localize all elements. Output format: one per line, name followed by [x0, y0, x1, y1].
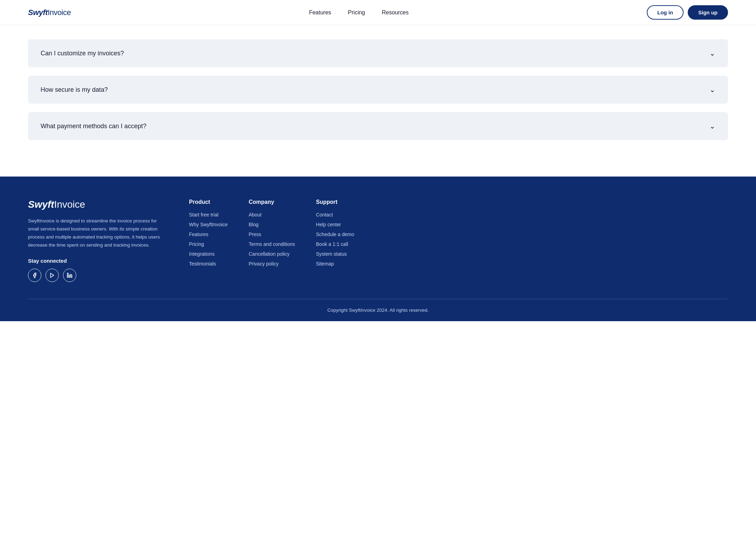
- signup-button[interactable]: Sign up: [688, 5, 728, 20]
- footer-link-features[interactable]: Features: [189, 232, 208, 237]
- nav-features[interactable]: Features: [309, 9, 331, 16]
- footer-col-support-links: Contact Help center Schedule a demo Book…: [316, 212, 354, 267]
- footer-description: SwyftInvoice is designed to streamline t…: [28, 217, 161, 249]
- footer-link-help-center[interactable]: Help center: [316, 222, 341, 227]
- footer-link-start-trial[interactable]: Start free trial: [189, 212, 218, 218]
- footer-link-pricing[interactable]: Pricing: [189, 241, 204, 247]
- main-nav: Features Pricing Resources: [309, 9, 409, 16]
- svg-point-2: [67, 273, 68, 274]
- footer-link-press[interactable]: Press: [248, 232, 261, 237]
- footer-top: SwyftInvoice SwyftInvoice is designed to…: [28, 199, 728, 299]
- faq-item-2[interactable]: How secure is my data? ⌄: [28, 76, 728, 104]
- faq-question-3: What payment methods can I accept?: [41, 123, 146, 130]
- svg-marker-0: [50, 273, 54, 277]
- faq-item-3[interactable]: What payment methods can I accept? ⌄: [28, 112, 728, 140]
- login-button[interactable]: Log in: [647, 5, 684, 20]
- faq-section: Can I customize my invoices? ⌄ How secur…: [0, 25, 756, 177]
- footer-link-integrations[interactable]: Integrations: [189, 251, 215, 257]
- chevron-down-icon-1: ⌄: [709, 49, 715, 57]
- chevron-down-icon-2: ⌄: [709, 85, 715, 94]
- footer-col-support: Support Contact Help center Schedule a d…: [316, 199, 354, 282]
- site-header: SwyftInvoice Features Pricing Resources …: [0, 0, 756, 25]
- footer-col-product-heading: Product: [189, 199, 227, 205]
- footer-link-terms[interactable]: Terms and conditions: [248, 241, 295, 247]
- stay-connected-label: Stay connected: [28, 258, 161, 264]
- chevron-down-icon-3: ⌄: [709, 122, 715, 130]
- footer-link-cancellation[interactable]: Cancellation policy: [248, 251, 289, 257]
- facebook-icon[interactable]: [28, 269, 41, 282]
- footer-link-system-status[interactable]: System status: [316, 251, 347, 257]
- faq-question-2: How secure is my data?: [41, 86, 108, 94]
- footer-col-product: Product Start free trial Why SwyftInvoic…: [189, 199, 227, 282]
- footer-link-blog[interactable]: Blog: [248, 222, 258, 227]
- footer-link-sitemap[interactable]: Sitemap: [316, 261, 334, 267]
- nav-pricing[interactable]: Pricing: [348, 9, 365, 16]
- footer-col-product-links: Start free trial Why SwyftInvoice Featur…: [189, 212, 227, 267]
- footer-link-why-swyfti[interactable]: Why SwyftInvoice: [189, 222, 227, 227]
- footer-logo-light: Invoice: [54, 199, 85, 210]
- header-actions: Log in Sign up: [647, 5, 728, 20]
- footer-brand: SwyftInvoice SwyftInvoice is designed to…: [28, 199, 161, 282]
- footer-bottom: Copyright SwyftInvoice 2024. All rights …: [28, 299, 728, 321]
- footer-link-about[interactable]: About: [248, 212, 261, 218]
- footer-link-testimonials[interactable]: Testimonials: [189, 261, 216, 267]
- copyright-text: Copyright SwyftInvoice 2024. All rights …: [327, 308, 429, 313]
- footer-link-contact[interactable]: Contact: [316, 212, 333, 218]
- footer-link-privacy[interactable]: Privacy policy: [248, 261, 279, 267]
- social-icons: [28, 269, 161, 282]
- logo: SwyftInvoice: [28, 8, 71, 17]
- logo-light: Invoice: [48, 8, 71, 17]
- footer-logo-bold: Swyft: [28, 199, 54, 210]
- footer-logo: SwyftInvoice: [28, 199, 161, 210]
- footer-col-company-links: About Blog Press Terms and conditions Ca…: [248, 212, 295, 267]
- footer-link-schedule-demo[interactable]: Schedule a demo: [316, 232, 354, 237]
- footer-col-company: Company About Blog Press Terms and condi…: [248, 199, 295, 282]
- footer-col-company-heading: Company: [248, 199, 295, 205]
- footer-link-book-call[interactable]: Book a 1:1 call: [316, 241, 348, 247]
- linkedin-icon[interactable]: [63, 269, 76, 282]
- faq-question-1: Can I customize my invoices?: [41, 50, 124, 57]
- footer-col-support-heading: Support: [316, 199, 354, 205]
- youtube-icon[interactable]: [46, 269, 59, 282]
- logo-bold: Swyft: [28, 8, 48, 17]
- faq-item-1[interactable]: Can I customize my invoices? ⌄: [28, 39, 728, 67]
- svg-rect-1: [67, 275, 68, 277]
- footer-columns: Product Start free trial Why SwyftInvoic…: [189, 199, 728, 282]
- site-footer: SwyftInvoice SwyftInvoice is designed to…: [0, 177, 756, 321]
- nav-resources[interactable]: Resources: [382, 9, 408, 16]
